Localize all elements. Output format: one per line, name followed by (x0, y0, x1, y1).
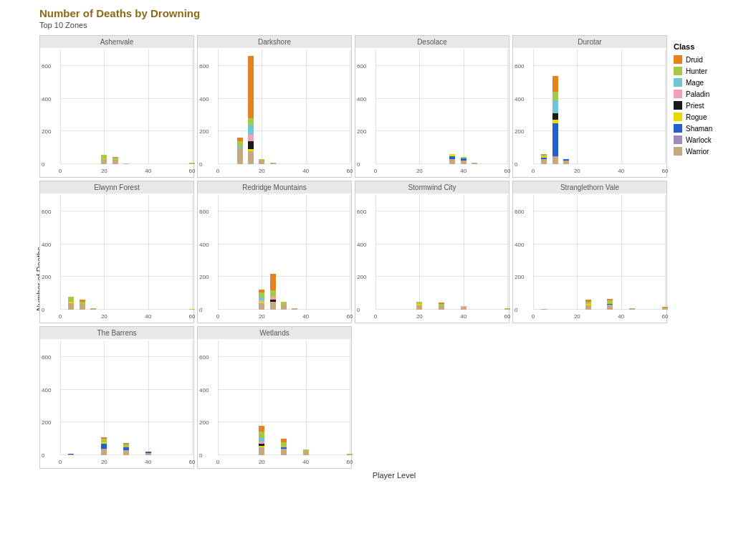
bar-segment-warrior (472, 163, 477, 164)
facet-inner: 0 200 400 600 0 20 40 60 (533, 49, 665, 164)
legend-item-warlock: Warlock (674, 135, 745, 144)
legend-item-druid: Druid (674, 55, 745, 64)
bar-segment-druid (662, 307, 668, 308)
bar-group (449, 49, 455, 164)
bar-segment-hunter (303, 449, 309, 452)
grid-line-v (665, 49, 666, 164)
bar-segment-warrior (629, 308, 635, 310)
bar-group (237, 49, 243, 164)
bar-segment-druid (259, 426, 264, 432)
bar-segment-mage (259, 297, 264, 300)
facet-title: Desolace (355, 36, 509, 48)
grid-line-h (375, 98, 507, 99)
grid-line-v (218, 341, 219, 455)
facet-title: Ashenvale (40, 36, 193, 48)
facet-inner: 0 200 400 600 0 20 40 60 (218, 195, 350, 310)
bar-segment-hunter (101, 155, 107, 158)
facet-inner: 0 200 400 600 0 20 40 60 (375, 195, 507, 310)
facet-inner: 0 200 400 600 0 20 40 60 (533, 195, 665, 310)
legend-swatch-druid (674, 55, 682, 64)
bar-segment-rogue (259, 302, 264, 303)
bar-group (472, 49, 477, 164)
bar-segment-paladin (270, 297, 276, 300)
bar-group (189, 49, 195, 164)
legend-title: Class (674, 42, 745, 51)
grid-line-v (218, 195, 219, 310)
x-tick: 0 (216, 459, 219, 465)
y-tick: 200 (357, 274, 366, 280)
bar-segment-warrior (461, 308, 466, 310)
bar-segment-hunter (113, 158, 118, 160)
grid-line-v (60, 195, 61, 310)
bar-group (541, 195, 547, 310)
grid-line-v (148, 49, 149, 164)
y-tick: 400 (357, 95, 366, 102)
grid-line-v (533, 195, 534, 310)
bar-segment-druid (101, 437, 107, 439)
bar-segment-druid (248, 56, 254, 118)
bar-segment-druid (237, 138, 243, 141)
y-tick: 0 (357, 307, 360, 313)
bar-segment-rogue (101, 158, 107, 159)
x-tick: 0 (59, 168, 62, 174)
x-tick: 0 (374, 168, 377, 174)
bar-segment-warrior (416, 305, 422, 310)
x-tick: 40 (145, 168, 151, 174)
bar-segment-warrior (541, 159, 547, 164)
y-tick: 200 (199, 128, 209, 135)
bar-segment-warrior (541, 309, 547, 310)
grid-line-h (375, 65, 507, 66)
bar-segment-warrior (439, 306, 444, 310)
y-tick: 200 (42, 128, 51, 135)
legend-panel: Class DruidHunterMagePaladinPriestRogueS… (670, 35, 749, 469)
x-tick: 20 (416, 313, 423, 320)
bar-group (461, 195, 466, 310)
bar-group (270, 49, 276, 164)
x-tick: 40 (145, 459, 151, 465)
bar-segment-hunter (270, 290, 276, 297)
bar-group (123, 341, 129, 455)
bar-segment-warrior (552, 156, 558, 164)
x-tick: 20 (259, 313, 265, 320)
grid-line-v (60, 341, 61, 455)
legend-items: DruidHunterMagePaladinPriestRogueShamanW… (674, 55, 745, 156)
bar-segment-druid (439, 303, 444, 304)
bar-segment-shaman (552, 123, 558, 156)
bar-segment-druid (607, 299, 613, 300)
legend-swatch-shaman (674, 124, 682, 133)
facet-ashenvale: Ashenvale 0 200 400 600 0 20 40 60 (39, 35, 194, 178)
x-tick: 20 (259, 459, 265, 465)
bar-segment-hunter (80, 302, 85, 305)
bar-group (145, 341, 151, 455)
bar-segment-paladin (461, 306, 466, 307)
grid-line-v (350, 49, 350, 164)
grid-line-v (375, 49, 376, 164)
bar-segment-hunter (123, 444, 129, 447)
bar-group (248, 49, 254, 164)
bar-segment-druid (541, 154, 547, 155)
facet-inner: 0 200 400 600 0 20 40 60 (60, 195, 192, 310)
legend-swatch-warrior (674, 147, 682, 156)
bar-segment-hunter (552, 92, 558, 100)
bar-group (80, 195, 85, 310)
x-tick: 20 (416, 168, 423, 174)
x-tick: 60 (504, 168, 511, 174)
bar-segment-rogue (259, 446, 264, 447)
grid-line-h (533, 211, 665, 211)
bar-segment-warrior (662, 308, 668, 310)
bar-segment-rogue (248, 149, 254, 151)
bar-segment-hunter (541, 155, 547, 156)
bar-segment-rogue (449, 154, 455, 156)
bar-group (303, 341, 309, 455)
x-tick: 40 (618, 168, 624, 174)
y-tick: 400 (42, 241, 51, 247)
bar-segment-druid (113, 157, 118, 158)
bar-group (259, 341, 264, 455)
bar-group (101, 341, 107, 455)
x-tick: 0 (59, 313, 62, 320)
bar-group (113, 49, 118, 164)
bar-segment-hunter (504, 308, 510, 309)
bar-segment-hunter (237, 141, 243, 146)
bar-group (552, 49, 558, 164)
bar-group (123, 49, 129, 164)
